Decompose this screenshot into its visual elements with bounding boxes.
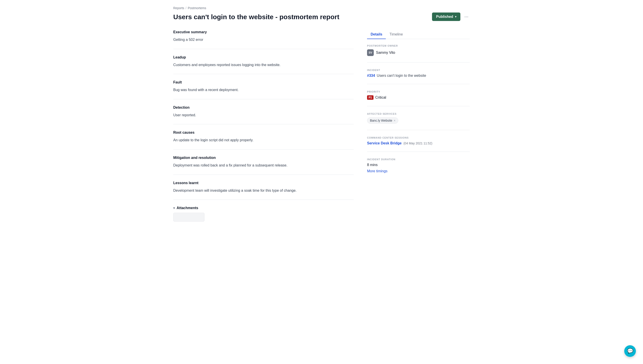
- attachments-section: ▾ Attachments: [173, 206, 354, 222]
- service-remove-icon[interactable]: ×: [394, 119, 395, 122]
- section-content-leadup: Customers and employees reported issues …: [173, 62, 354, 68]
- section-content-root-causes: An update to the login script did not ap…: [173, 137, 354, 143]
- incident-label: INCIDENT: [367, 69, 470, 72]
- service-name: Banc.ly Website: [370, 119, 392, 122]
- section-lessons: Lessons learnt Development team will inv…: [173, 181, 354, 200]
- breadcrumb-separator: /: [186, 6, 186, 10]
- affected-services-label: AFFECTED SERVICES: [367, 112, 470, 115]
- detail-priority: PRIORITY P1 Critical: [367, 90, 470, 106]
- section-content-mitigation: Deployment was rolled back and a fix pla…: [173, 162, 354, 168]
- section-title-leadup: Leadup: [173, 55, 354, 59]
- tab-details[interactable]: Details: [367, 30, 386, 39]
- incident-number-link[interactable]: #334: [367, 74, 375, 78]
- chevron-down-icon: ▾: [455, 15, 456, 18]
- section-content-fault: Bug was found with a recent deployment.: [173, 87, 354, 93]
- section-leadup: Leadup Customers and employees reported …: [173, 55, 354, 74]
- section-content-executive-summary: Getting a 502 error: [173, 37, 354, 43]
- avatar: SV: [367, 49, 374, 56]
- attachment-placeholder: [173, 213, 205, 222]
- session-date: (04 May 2021 11:52): [403, 142, 432, 145]
- more-timings-link[interactable]: More timings: [367, 169, 388, 173]
- section-title-fault: Fault: [173, 80, 354, 84]
- detail-incident-duration: INCIDENT DURATION 8 mins More timings: [367, 158, 470, 180]
- priority-badge: P1: [367, 95, 374, 100]
- section-title-detection: Detection: [173, 106, 354, 110]
- sidebar: Details Timeline POSTMORTEM OWNER SV Sam…: [367, 30, 470, 222]
- more-options-icon: ···: [464, 14, 468, 20]
- service-tag: Banc.ly Website ×: [367, 118, 398, 124]
- section-mitigation: Mitigation and resolution Deployment was…: [173, 156, 354, 175]
- section-title-executive-summary: Executive summary: [173, 30, 354, 34]
- page-header: Users can't login to the website - postm…: [173, 12, 470, 21]
- incident-duration-label: INCIDENT DURATION: [367, 158, 470, 161]
- detail-command-center: COMMAND CENTER SESSIONS Service Desk Bri…: [367, 136, 470, 152]
- tab-timeline[interactable]: Timeline: [386, 30, 406, 39]
- section-root-causes: Root causes An update to the login scrip…: [173, 130, 354, 150]
- postmortem-owner-label: POSTMORTEM OWNER: [367, 44, 470, 47]
- priority-value: Critical: [375, 96, 386, 100]
- detail-incident: INCIDENT #334 Users can't login to the w…: [367, 69, 470, 84]
- breadcrumb-postmortems: Postmortems: [188, 6, 206, 10]
- owner-name: Sammy Vito: [376, 51, 395, 55]
- section-fault: Fault Bug was found with a recent deploy…: [173, 80, 354, 99]
- incident-row: #334 Users can't login to the website: [367, 74, 470, 78]
- section-content-lessons: Development team will investigate utiliz…: [173, 188, 354, 194]
- owner-row: SV Sammy Vito: [367, 49, 470, 56]
- attachments-label: Attachments: [177, 206, 198, 210]
- priority-label: PRIORITY: [367, 90, 470, 93]
- published-label: Published: [436, 15, 453, 19]
- session-row: Service Desk Bridge (04 May 2021 11:52): [367, 141, 470, 145]
- breadcrumb-reports-link[interactable]: Reports: [173, 6, 184, 10]
- header-actions: Published ▾ ···: [432, 12, 470, 21]
- duration-value: 8 mins: [367, 163, 470, 167]
- main-content: Executive summary Getting a 502 error Le…: [173, 30, 354, 222]
- section-content-detection: User reported.: [173, 112, 354, 118]
- priority-row: P1 Critical: [367, 95, 470, 100]
- section-detection: Detection User reported.: [173, 106, 354, 124]
- attachments-chevron-icon: ▾: [173, 206, 175, 210]
- detail-affected-services: AFFECTED SERVICES Banc.ly Website ×: [367, 112, 470, 130]
- section-executive-summary: Executive summary Getting a 502 error: [173, 30, 354, 49]
- attachments-header[interactable]: ▾ Attachments: [173, 206, 354, 210]
- content-layout: Executive summary Getting a 502 error Le…: [173, 30, 470, 222]
- command-center-label: COMMAND CENTER SESSIONS: [367, 136, 470, 139]
- published-button[interactable]: Published ▾: [432, 12, 460, 21]
- section-title-lessons: Lessons learnt: [173, 181, 354, 185]
- more-options-button[interactable]: ···: [463, 12, 470, 21]
- page-title: Users can't login to the website - postm…: [173, 12, 339, 21]
- detail-postmortem-owner: POSTMORTEM OWNER SV Sammy Vito: [367, 44, 470, 62]
- incident-title: Users can't login to the website: [377, 74, 426, 78]
- session-link[interactable]: Service Desk Bridge: [367, 141, 402, 145]
- tabs: Details Timeline: [367, 30, 470, 39]
- section-title-mitigation: Mitigation and resolution: [173, 156, 354, 160]
- section-title-root-causes: Root causes: [173, 130, 354, 134]
- breadcrumb: Reports / Postmortems: [173, 6, 470, 10]
